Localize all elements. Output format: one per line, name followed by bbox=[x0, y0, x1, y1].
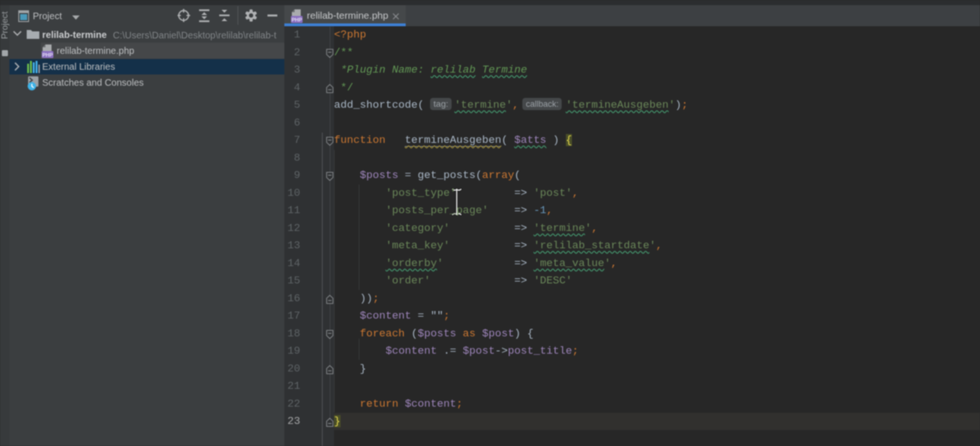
svg-text:PHP: PHP bbox=[42, 52, 53, 58]
svg-text:PHP: PHP bbox=[291, 17, 302, 22]
